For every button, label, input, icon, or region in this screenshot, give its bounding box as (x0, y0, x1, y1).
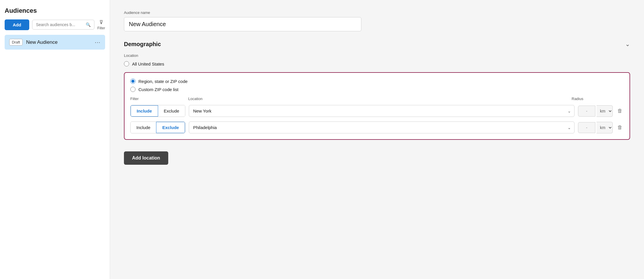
location-select-1[interactable]: New York Philadelphia Los Angeles (189, 105, 575, 117)
radio-custom-zip-input[interactable] (130, 87, 136, 92)
radius-group-2: km mi (578, 122, 613, 133)
radio-region-zip-label: Region, state or ZIP code (138, 79, 188, 84)
location-select-wrapper-2: Philadelphia New York Los Angeles ⌄ (189, 122, 575, 133)
draft-badge: Draft (9, 39, 23, 46)
filter-row-1: Include Exclude New York Philadelphia Lo… (130, 105, 624, 117)
search-input[interactable] (36, 22, 85, 27)
demographic-header: Demographic ⌄ (124, 41, 630, 48)
filter-row-2: Include Exclude Philadelphia New York Lo… (130, 122, 624, 133)
location-section: Location All United States Region, state… (124, 53, 630, 140)
audience-list-item[interactable]: Draft New Audience ··· (5, 35, 105, 50)
more-menu-button[interactable]: ··· (95, 39, 100, 46)
include-button-1[interactable]: Include (131, 105, 158, 117)
toggle-group-2: Include Exclude (130, 122, 185, 133)
search-icon: 🔍 (86, 22, 91, 27)
demographic-collapse-button[interactable]: ⌄ (625, 41, 630, 48)
filter-box: Region, state or ZIP code Custom ZIP cod… (124, 72, 630, 140)
right-panel: Audience name Demographic ⌄ Location All… (110, 0, 644, 279)
radius-col-header: Radius (572, 97, 624, 101)
left-panel: Audiences Add 🔍 ⊽ Filter Draft New Audie… (0, 0, 110, 279)
location-label: Location (124, 53, 630, 58)
radio-custom-zip[interactable]: Custom ZIP code list (130, 87, 624, 92)
location-col-header: Location (188, 97, 572, 101)
location-select-wrapper-1: New York Philadelphia Los Angeles ⌄ (189, 105, 575, 117)
exclude-button-1[interactable]: Exclude (158, 105, 185, 117)
radio-region-zip[interactable]: Region, state or ZIP code (130, 79, 624, 84)
filter-col-header: Filter (130, 97, 188, 101)
toggle-group-1: Include Exclude (130, 105, 185, 117)
radio-all-us-label: All United States (132, 61, 164, 66)
radio-custom-zip-label: Custom ZIP code list (138, 87, 178, 92)
exclude-button-2[interactable]: Exclude (156, 122, 185, 133)
filter-label: Filter (97, 26, 105, 30)
add-button[interactable]: Add (5, 19, 29, 30)
delete-row-2-button[interactable]: 🗑 (616, 123, 624, 132)
audience-item-name: New Audience (26, 39, 91, 45)
audience-name-label: Audience name (124, 10, 630, 15)
filter-columns-header: Filter Location Radius (130, 97, 624, 101)
radius-group-1: km mi (578, 105, 613, 117)
audience-name-input[interactable] (124, 17, 361, 31)
top-controls: Add 🔍 ⊽ Filter (5, 19, 105, 30)
filter-icon: ⊽ (99, 19, 103, 26)
radius-unit-select-1[interactable]: km mi (597, 105, 613, 117)
location-select-2[interactable]: Philadelphia New York Los Angeles (189, 122, 575, 133)
demographic-title: Demographic (124, 41, 161, 48)
radio-all-us[interactable]: All United States (124, 61, 630, 66)
radius-input-2[interactable] (578, 122, 595, 133)
radius-unit-select-2[interactable]: km mi (597, 122, 613, 133)
panel-title: Audiences (5, 7, 105, 15)
radio-region-zip-input[interactable] (130, 79, 136, 84)
add-location-button[interactable]: Add location (124, 151, 168, 165)
radio-group-inner: Region, state or ZIP code Custom ZIP cod… (130, 79, 624, 92)
include-button-2[interactable]: Include (131, 122, 156, 133)
delete-row-1-button[interactable]: 🗑 (616, 107, 624, 115)
radio-group: All United States (124, 61, 630, 66)
search-box: 🔍 (32, 20, 94, 30)
radio-all-us-input[interactable] (124, 61, 129, 66)
filter-button[interactable]: ⊽ Filter (97, 19, 105, 30)
radius-input-1[interactable] (578, 106, 595, 117)
